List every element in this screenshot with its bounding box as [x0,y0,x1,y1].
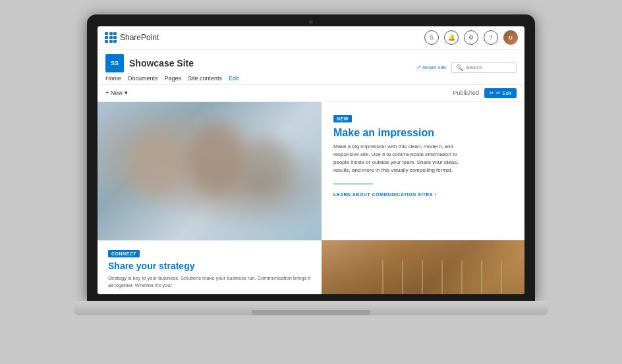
nav-site-contents[interactable]: Site contents [188,75,222,82]
chevron-down-icon: ▾ [125,90,128,96]
notifications-icon[interactable]: 🔔 [444,30,459,45]
app-name: SharePoint [120,33,159,42]
published-status: Published [453,90,479,96]
share-icon: ↗ [416,65,421,70]
hero-cta-link[interactable]: LEARN ABOUT COMMUNICATION SITES › [333,192,513,197]
edit-icon: ✏ [490,90,494,96]
site-header: SS Showcase Site Home Documents Pages Si… [98,50,524,85]
help-icon[interactable]: ? [484,30,498,45]
toolbar: + New ▾ Published ✏ ✏ Edit [98,85,524,102]
nav-home[interactable]: Home [105,75,121,82]
screen-bezel: SharePoint S 🔔 ⚙ ? U SS Showcase Site [87,14,535,301]
settings-icon[interactable]: ⚙ [464,30,478,45]
site-title: Showcase Site [129,58,194,68]
site-identity: SS Showcase Site Home Documents Pages Si… [105,54,239,82]
titlebar: SharePoint S 🔔 ⚙ ? U [98,26,524,50]
search-icon: 🔍 [456,65,463,71]
edit-button[interactable]: ✏ ✏ Edit [484,88,517,98]
bottom-section: CONNECT Share your strategy Strategy is … [98,240,524,294]
camera [309,20,313,24]
arrow-icon: › [435,192,437,197]
hero-divider [333,184,373,185]
hero-title: Make an impression [333,126,513,139]
search-input[interactable] [466,65,512,70]
share-site-button[interactable]: ↗ Share site [416,65,446,70]
hero-section: NEW Make an impression Make a big impres… [98,102,524,240]
bottom-card-title: Share your strategy [108,261,311,271]
titlebar-left: SharePoint [104,32,159,43]
toolbar-right: Published ✏ ✏ Edit [453,88,517,98]
waffle-menu[interactable] [104,32,116,43]
skype-icon[interactable]: S [424,30,439,45]
avatar[interactable]: U [503,30,518,45]
nav-pages[interactable]: Pages [165,75,182,82]
main-content: NEW Make an impression Make a big impres… [98,102,524,294]
hero-description: Make a big impression with this clean, m… [333,143,465,174]
hero-image [98,102,322,240]
titlebar-right: S 🔔 ⚙ ? U [424,30,518,45]
hero-overlay [98,102,322,240]
site-actions: ↗ Share site 🔍 [416,63,517,73]
new-button[interactable]: + New ▾ [105,90,128,96]
nav-edit[interactable]: Edit [229,75,239,82]
bottom-card: CONNECT Share your strategy Strategy is … [98,240,322,294]
laptop-base [74,301,548,315]
bottom-card-description: Strategy is key to your business. Soluti… [108,274,311,290]
connect-badge: CONNECT [108,250,140,257]
search-box[interactable]: 🔍 [451,63,517,73]
bottom-image [322,240,524,294]
site-nav: Home Documents Pages Site contents Edit [105,75,239,82]
hero-text-panel: NEW Make an impression Make a big impres… [322,102,524,240]
laptop-shell: SharePoint S 🔔 ⚙ ? U SS Showcase Site [74,14,548,350]
nav-documents[interactable]: Documents [128,75,158,82]
site-logo: SS [105,54,124,72]
new-badge: NEW [333,115,352,122]
screen: SharePoint S 🔔 ⚙ ? U SS Showcase Site [98,26,524,294]
